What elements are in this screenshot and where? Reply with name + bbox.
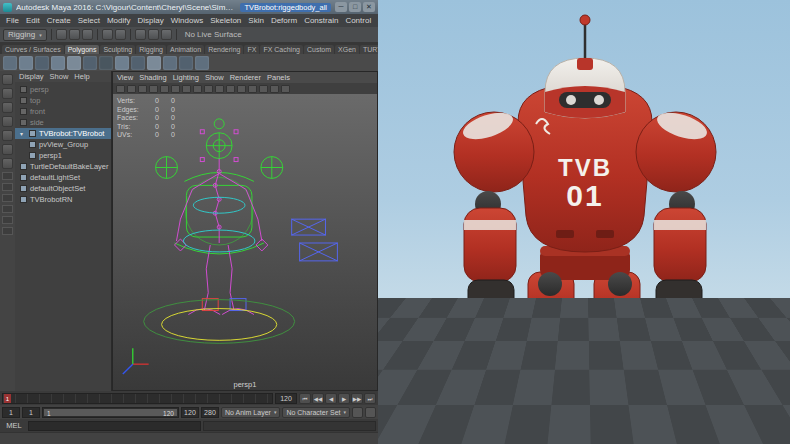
safe-action-icon[interactable] xyxy=(204,85,213,93)
isolate-select-icon[interactable] xyxy=(270,85,279,93)
shelf-icon-superellipse[interactable] xyxy=(195,56,209,70)
shelf-icon-pipe[interactable] xyxy=(131,56,145,70)
snap-curve-icon[interactable] xyxy=(148,29,159,40)
vp-menu-renderer[interactable]: Renderer xyxy=(230,73,261,82)
playback-start-field[interactable]: 1 xyxy=(22,407,40,418)
save-scene-icon[interactable] xyxy=(82,29,93,40)
menu-skeleton[interactable]: Skeleton xyxy=(210,16,241,25)
shelf-tab-curves-surfaces[interactable]: Curves / Surfaces xyxy=(2,45,64,54)
current-time-marker[interactable]: 1 xyxy=(4,394,11,403)
minimize-button[interactable]: ─ xyxy=(335,2,347,12)
range-slider-track[interactable]: 1 120 xyxy=(42,407,179,418)
tool-paint-select-icon[interactable] xyxy=(2,102,13,113)
close-button[interactable]: ✕ xyxy=(363,2,375,12)
menu-modify[interactable]: Modify xyxy=(107,16,131,25)
animation-preferences-icon[interactable] xyxy=(365,407,376,418)
outliner-menu-help[interactable]: Help xyxy=(74,72,89,81)
shelf-icon-cone[interactable] xyxy=(51,56,65,70)
engine-render-viewport[interactable]: TVB 01 xyxy=(378,0,790,444)
layout-persp-graph-button[interactable] xyxy=(2,205,13,213)
shelf-icon-cube[interactable] xyxy=(19,56,33,70)
shelf-icon-cylinder[interactable] xyxy=(35,56,49,70)
camera-attrs-icon[interactable] xyxy=(116,85,125,93)
vp-menu-panels[interactable]: Panels xyxy=(267,73,290,82)
menu-create[interactable]: Create xyxy=(47,16,71,25)
anim-layer-dropdown[interactable]: No Anim Layer ▾ xyxy=(221,407,280,418)
layout-hypershade-button[interactable] xyxy=(2,216,13,224)
layout-persp-outliner-button[interactable] xyxy=(2,194,13,202)
outliner-item-side[interactable]: side xyxy=(15,117,111,128)
redo-icon[interactable] xyxy=(115,29,126,40)
vp-menu-view[interactable]: View xyxy=(117,73,133,82)
command-line-mode-button[interactable]: MEL xyxy=(2,421,26,430)
maximize-button[interactable]: □ xyxy=(349,2,361,12)
image-plane-icon[interactable] xyxy=(138,85,147,93)
tool-last-used-icon[interactable] xyxy=(2,158,13,169)
snap-point-icon[interactable] xyxy=(161,29,172,40)
layout-four-pane-button[interactable] xyxy=(2,183,13,191)
current-frame-field[interactable]: 120 xyxy=(275,393,297,404)
character-set-dropdown[interactable]: No Character Set ▾ xyxy=(282,407,350,418)
go-to-end-button[interactable]: ⏭ xyxy=(364,393,376,404)
animation-start-field[interactable]: 1 xyxy=(2,407,20,418)
outliner-menu-show[interactable]: Show xyxy=(50,72,69,81)
command-line-input[interactable] xyxy=(28,421,201,431)
expand-arrow-icon[interactable]: ▾ xyxy=(20,130,26,137)
step-back-key-button[interactable]: ◀◀ xyxy=(312,393,324,404)
step-back-frame-button[interactable]: ◀ xyxy=(325,393,337,404)
outliner-menu-display[interactable]: Display xyxy=(19,72,44,81)
shelf-icon-helix[interactable] xyxy=(147,56,161,70)
menuset-dropdown[interactable]: Rigging ▾ xyxy=(3,29,47,41)
outliner-item-turtle-bake-layer[interactable]: TurtleDefaultBakeLayer xyxy=(15,161,111,172)
field-chart-icon[interactable] xyxy=(193,85,202,93)
undo-icon[interactable] xyxy=(102,29,113,40)
maya-titlebar[interactable]: Autodesk Maya 2016: C:\Vigour\Content\Ch… xyxy=(0,0,378,14)
lighting-toggle-icon[interactable] xyxy=(259,85,268,93)
tool-move-icon[interactable] xyxy=(2,116,13,127)
tool-lasso-icon[interactable] xyxy=(2,88,13,99)
shelf-tab-turtle[interactable]: TURTLE xyxy=(360,45,378,54)
wireframe-mode-icon[interactable] xyxy=(226,85,235,93)
menu-select[interactable]: Select xyxy=(78,16,100,25)
outliner-item-default-light-set[interactable]: defaultLightSet xyxy=(15,172,111,183)
vp-menu-show[interactable]: Show xyxy=(205,73,224,82)
layout-custom-button[interactable] xyxy=(2,227,13,235)
shelf-tab-custom[interactable]: Custom xyxy=(304,45,334,54)
film-gate-icon[interactable] xyxy=(160,85,169,93)
grid-toggle-icon[interactable] xyxy=(149,85,158,93)
outliner-item-persp[interactable]: persp xyxy=(15,84,111,95)
go-to-start-button[interactable]: ⏮ xyxy=(299,393,311,404)
shelf-icon-plane[interactable] xyxy=(83,56,97,70)
resolution-gate-icon[interactable] xyxy=(171,85,180,93)
outliner-item-top[interactable]: top xyxy=(15,95,111,106)
safe-title-icon[interactable] xyxy=(215,85,224,93)
menu-display[interactable]: Display xyxy=(138,16,164,25)
shelf-tab-fx-caching[interactable]: FX Caching xyxy=(260,45,303,54)
menu-deform[interactable]: Deform xyxy=(271,16,297,25)
outliner-item-front[interactable]: front xyxy=(15,106,111,117)
tool-select-icon[interactable] xyxy=(2,74,13,85)
layout-single-pane-button[interactable] xyxy=(2,172,13,180)
shelf-tab-polygons[interactable]: Polygons xyxy=(65,45,100,54)
shaded-mode-icon[interactable] xyxy=(237,85,246,93)
vp-menu-lighting[interactable]: Lighting xyxy=(173,73,199,82)
shelf-tab-fx[interactable]: FX xyxy=(244,45,259,54)
outliner-item-pvview-group[interactable]: pvView_Group xyxy=(15,139,111,150)
time-slider-track[interactable]: 1 xyxy=(2,393,273,404)
shelf-tab-rigging[interactable]: Rigging xyxy=(136,45,166,54)
menu-constrain[interactable]: Constrain xyxy=(304,16,338,25)
menu-skin[interactable]: Skin xyxy=(248,16,264,25)
menu-windows[interactable]: Windows xyxy=(171,16,203,25)
vp-menu-shading[interactable]: Shading xyxy=(139,73,167,82)
animation-end-field[interactable]: 280 xyxy=(201,407,219,418)
gate-mask-icon[interactable] xyxy=(182,85,191,93)
shelf-tab-rendering[interactable]: Rendering xyxy=(205,45,243,54)
menu-control[interactable]: Control xyxy=(345,16,371,25)
tool-rotate-icon[interactable] xyxy=(2,130,13,141)
auto-keyframe-icon[interactable] xyxy=(352,407,363,418)
outliner-item-persp1[interactable]: persp1 xyxy=(15,150,111,161)
outliner-item-tvbrobot-rn[interactable]: TVBrobotRN xyxy=(15,194,111,205)
viewport-canvas[interactable]: Verts:00 Edges:00 Faces:00 Tris:00 UVs:0… xyxy=(113,94,377,390)
open-scene-icon[interactable] xyxy=(69,29,80,40)
step-forward-key-button[interactable]: ▶▶ xyxy=(351,393,363,404)
